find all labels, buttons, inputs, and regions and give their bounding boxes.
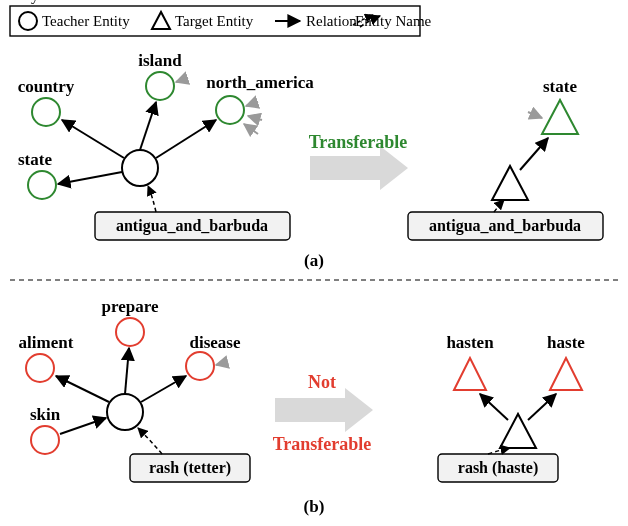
relation-arrow bbox=[520, 138, 548, 170]
legend-relation: Relation bbox=[306, 13, 357, 29]
teacher-node-disease bbox=[186, 352, 214, 380]
gray-arrow-icon bbox=[528, 112, 542, 118]
panel-b: prepare aliment disease skin rash (tette… bbox=[19, 297, 586, 516]
panel-a-target-label: state bbox=[543, 77, 577, 96]
transfer-arrow-icon bbox=[310, 146, 408, 190]
relation-arrow bbox=[141, 376, 186, 402]
panel-b-status2: Transferable bbox=[273, 434, 372, 454]
teacher-node-country bbox=[32, 98, 60, 126]
panel-a-node-label-country: country bbox=[18, 77, 75, 96]
gray-arrow-icon bbox=[244, 124, 258, 134]
relation-arrow bbox=[60, 418, 106, 434]
panel-b-node-label-aliment: aliment bbox=[19, 333, 74, 352]
name-pointer-icon bbox=[494, 200, 504, 212]
panel-b-entity-name: rash (tetter) bbox=[149, 459, 231, 477]
relation-arrow bbox=[58, 172, 122, 184]
panel-b-target-entity-name: rash (haste) bbox=[458, 459, 538, 477]
teacher-node-aliment bbox=[26, 354, 54, 382]
panel-a-target-center bbox=[492, 166, 528, 200]
target-node-state bbox=[542, 100, 578, 134]
teacher-node-island bbox=[146, 72, 174, 100]
name-pointer-icon bbox=[148, 186, 156, 212]
relation-arrow bbox=[56, 376, 109, 402]
relation-arrow bbox=[125, 348, 129, 394]
panel-a-center-node bbox=[122, 150, 158, 186]
relation-arrow bbox=[156, 120, 216, 158]
target-node-haste bbox=[550, 358, 582, 390]
legend-box: Teacher Entity Target Entity Relation En… bbox=[0, 0, 420, 36]
relation-arrow bbox=[140, 102, 156, 150]
panel-a-label: (a) bbox=[304, 251, 324, 270]
panel-b-status1: Not bbox=[308, 372, 336, 392]
gray-arrow-icon bbox=[216, 362, 228, 365]
panel-a-status: Transferable bbox=[309, 132, 408, 152]
teacher-node-prepare bbox=[116, 318, 144, 346]
panel-a: island country north_america state antig… bbox=[18, 51, 603, 270]
gray-arrow-icon bbox=[176, 78, 188, 82]
panel-a-entity-name: antigua_and_barbuda bbox=[116, 217, 268, 235]
teacher-node-skin bbox=[31, 426, 59, 454]
gray-arrow-icon bbox=[248, 116, 262, 120]
name-pointer-icon bbox=[138, 428, 162, 454]
transfer-arrow-icon bbox=[275, 388, 373, 432]
legend-entity-name: Entity Name bbox=[0, 0, 81, 4]
teacher-node-state bbox=[28, 171, 56, 199]
panel-b-target-center bbox=[500, 414, 536, 448]
legend-teacher-entity: Teacher Entity bbox=[42, 13, 130, 29]
gray-arrow-icon bbox=[246, 102, 258, 106]
relation-arrow bbox=[62, 120, 124, 158]
panel-b-target-label-hasten: hasten bbox=[446, 333, 494, 352]
panel-b-center-node bbox=[107, 394, 143, 430]
relation-arrow bbox=[480, 394, 508, 420]
panel-b-node-label-disease: disease bbox=[190, 333, 241, 352]
panel-a-node-label-north-america: north_america bbox=[206, 73, 314, 92]
teacher-node-north-america bbox=[216, 96, 244, 124]
legend-target-entity: Target Entity bbox=[175, 13, 254, 29]
panel-a-node-label-island: island bbox=[138, 51, 182, 70]
panel-a-target-entity-name: antigua_and_barbuda bbox=[429, 217, 581, 235]
panel-a-node-label-state: state bbox=[18, 150, 52, 169]
panel-b-target-label-haste: haste bbox=[547, 333, 585, 352]
panel-b-label: (b) bbox=[304, 497, 325, 516]
panel-b-node-label-skin: skin bbox=[30, 405, 61, 424]
relation-arrow bbox=[528, 394, 556, 420]
panel-b-node-label-prepare: prepare bbox=[102, 297, 159, 316]
target-node-hasten bbox=[454, 358, 486, 390]
